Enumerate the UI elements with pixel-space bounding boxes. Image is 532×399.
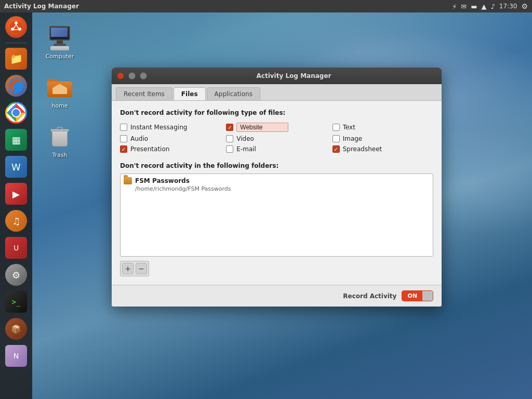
launcher-item-firefox[interactable] bbox=[4, 73, 29, 98]
cb-spreadsheet[interactable] bbox=[332, 145, 340, 153]
computer-icon bbox=[47, 26, 72, 51]
firefox-icon bbox=[5, 75, 27, 97]
volume-icon: ♪ bbox=[491, 3, 495, 10]
trash-icon-img bbox=[47, 125, 72, 150]
checkbox-spreadsheet: Spreadsheet bbox=[332, 145, 433, 153]
folders-list: FSM Passwords /home/richmondg/FSM Passwo… bbox=[120, 174, 433, 257]
cb-instant-messaging[interactable] bbox=[120, 124, 127, 131]
launcher-item-settings[interactable]: ⚙ bbox=[4, 262, 29, 287]
rhythmbox-icon: ♫ bbox=[5, 210, 27, 232]
topbar-title: Activity Log Manager bbox=[4, 3, 79, 10]
folders-toolbar: + − bbox=[120, 261, 149, 276]
toggle-off-label bbox=[422, 291, 433, 301]
desktop: Activity Log Manager ⚡ ✉ ▬ ▲ ♪ 17:30 ⚙ bbox=[0, 0, 532, 399]
checkbox-audio: Audio bbox=[120, 135, 221, 142]
cb-email[interactable] bbox=[226, 145, 233, 153]
ubuntu2-icon: U bbox=[5, 237, 27, 259]
activity-log-dialog: Activity Log Manager Recent Items Files … bbox=[112, 68, 442, 307]
minimize-button[interactable] bbox=[128, 72, 136, 79]
topbar: Activity Log Manager ⚡ ✉ ▬ ▲ ♪ 17:30 ⚙ bbox=[0, 0, 532, 12]
checkbox-image: Image bbox=[332, 135, 433, 142]
dialog-titlebar: Activity Log Manager bbox=[112, 68, 442, 84]
add-folder-button[interactable]: + bbox=[122, 263, 134, 274]
dialog-body: Don't record activity for following type… bbox=[112, 101, 442, 285]
tab-files[interactable]: Files bbox=[174, 87, 206, 100]
gear-icon[interactable]: ⚙ bbox=[521, 2, 528, 10]
close-button[interactable] bbox=[117, 72, 124, 79]
launcher-item-impress[interactable]: ▶ bbox=[4, 181, 29, 206]
trash-label: Trash bbox=[52, 152, 67, 158]
launcher-divider bbox=[6, 43, 26, 43]
computer-label: Computer bbox=[46, 53, 74, 60]
launcher-item-rhythmbox[interactable]: ♫ bbox=[4, 208, 29, 233]
desktop-icons: Computer home Trash bbox=[39, 26, 81, 159]
files-section-title: Don't record activity for following type… bbox=[120, 109, 433, 116]
label-instant-messaging: Instant Messaging bbox=[130, 124, 187, 131]
nautilus-icon: N bbox=[5, 345, 27, 367]
installer-icon: 📦 bbox=[5, 318, 27, 340]
cb-text[interactable] bbox=[332, 124, 340, 131]
cb-audio[interactable] bbox=[120, 135, 127, 142]
dialog-footer: Record Activity ON bbox=[112, 285, 442, 307]
record-activity-label: Record Activity bbox=[343, 292, 396, 300]
topbar-icons: ⚡ ✉ ▬ ▲ ♪ 17:30 ⚙ bbox=[452, 2, 528, 10]
cb-video[interactable] bbox=[226, 135, 233, 142]
folder-entry-name: FSM Passwords bbox=[124, 177, 430, 184]
cb-image[interactable] bbox=[332, 135, 340, 142]
svg-point-7 bbox=[12, 109, 20, 116]
desktop-icon-home[interactable]: home bbox=[39, 75, 81, 109]
label-presentation: Presentation bbox=[130, 145, 169, 153]
launcher-item-installer[interactable]: 📦 bbox=[4, 316, 29, 341]
folder-entry-fsm: FSM Passwords /home/richmondg/FSM Passwo… bbox=[124, 177, 430, 192]
launcher-item-terminal[interactable]: >_ bbox=[4, 289, 29, 314]
tab-recent-items[interactable]: Recent Items bbox=[116, 87, 172, 100]
launcher-item-nautilus[interactable]: N bbox=[4, 343, 29, 368]
launcher-item-spreadsheet[interactable]: ▦ bbox=[4, 127, 29, 152]
writer-icon: W bbox=[5, 156, 27, 178]
desktop-icon-computer[interactable]: Computer bbox=[39, 26, 81, 60]
battery-icon: ▬ bbox=[471, 3, 477, 10]
tab-applications[interactable]: Applications bbox=[207, 87, 260, 100]
ubuntu-logo-icon bbox=[5, 16, 27, 38]
checkbox-text: Text bbox=[332, 123, 433, 132]
cb-website[interactable] bbox=[226, 124, 233, 131]
checkbox-website bbox=[226, 123, 327, 132]
impress-icon: ▶ bbox=[5, 183, 27, 205]
launcher-item-ubuntu2[interactable]: U bbox=[4, 235, 29, 260]
label-audio: Audio bbox=[130, 135, 148, 142]
label-image: Image bbox=[343, 135, 363, 142]
folders-section-title: Don't record activity in the following f… bbox=[120, 162, 433, 169]
desktop-icon-trash[interactable]: Trash bbox=[39, 125, 81, 158]
file-type-checkboxes: Instant Messaging Text Audio Video bbox=[120, 123, 433, 153]
remove-folder-button[interactable]: − bbox=[136, 263, 147, 274]
launcher-item-files[interactable]: 📁 bbox=[4, 46, 29, 71]
topbar-time: 17:30 bbox=[499, 3, 517, 10]
power-icon: ⚡ bbox=[452, 3, 457, 10]
website-field[interactable] bbox=[236, 123, 288, 132]
launcher-item-writer[interactable]: W bbox=[4, 154, 29, 179]
cb-presentation[interactable] bbox=[120, 145, 127, 153]
checkbox-email: E-mail bbox=[226, 145, 327, 153]
record-activity-toggle[interactable]: ON bbox=[402, 290, 433, 301]
settings-icon: ⚙ bbox=[5, 264, 27, 286]
launcher: 📁 bbox=[0, 12, 32, 399]
launcher-item-chromium[interactable] bbox=[4, 100, 29, 125]
home-label: home bbox=[51, 102, 68, 109]
home-icon bbox=[47, 75, 72, 100]
dialog-title: Activity Log Manager bbox=[151, 72, 436, 79]
spreadsheet-app-icon: ▦ bbox=[5, 129, 27, 151]
checkbox-video: Video bbox=[226, 135, 327, 142]
files-icon: 📁 bbox=[5, 48, 27, 70]
launcher-item-ubuntu[interactable] bbox=[4, 15, 29, 39]
tab-bar: Recent Items Files Applications bbox=[112, 84, 442, 101]
folder-sm-icon bbox=[124, 177, 132, 184]
maximize-button[interactable] bbox=[140, 72, 147, 79]
label-text: Text bbox=[343, 124, 355, 131]
label-video: Video bbox=[236, 135, 254, 142]
chromium-icon bbox=[5, 102, 27, 124]
checkbox-instant-messaging: Instant Messaging bbox=[120, 123, 221, 132]
wifi-icon: ▲ bbox=[482, 3, 487, 10]
label-spreadsheet: Spreadsheet bbox=[343, 145, 382, 153]
mail-icon: ✉ bbox=[461, 3, 467, 10]
label-email: E-mail bbox=[236, 145, 256, 153]
